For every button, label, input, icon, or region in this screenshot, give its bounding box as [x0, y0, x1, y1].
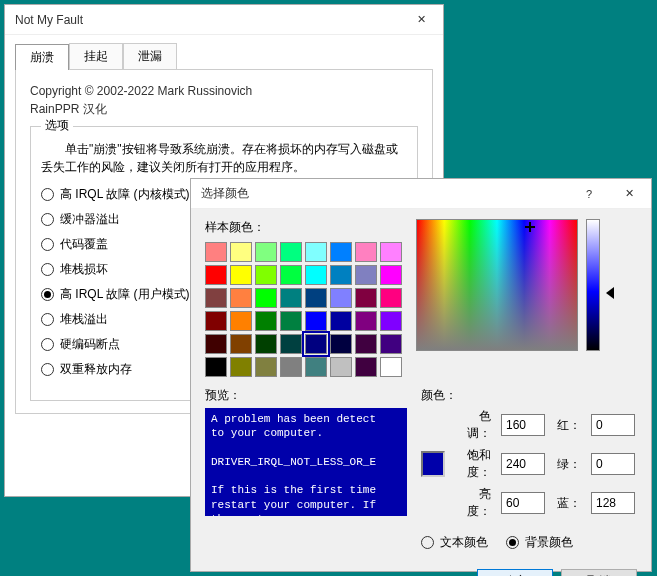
- nmf-titlebar: Not My Fault ✕: [5, 5, 443, 35]
- color-swatch[interactable]: [280, 334, 302, 354]
- lum-input[interactable]: [501, 492, 545, 514]
- color-swatch[interactable]: [355, 334, 377, 354]
- radio-icon: [41, 213, 54, 226]
- text-color-label: 文本颜色: [440, 534, 488, 551]
- color-swatch[interactable]: [205, 288, 227, 308]
- luminance-arrow-icon[interactable]: [606, 287, 614, 299]
- red-label: 红：: [557, 417, 581, 434]
- color-swatch[interactable]: [330, 288, 352, 308]
- color-swatch[interactable]: [305, 311, 327, 331]
- color-swatch[interactable]: [280, 265, 302, 285]
- color-swatch[interactable]: [305, 242, 327, 262]
- blue-input[interactable]: [591, 492, 635, 514]
- color-swatch[interactable]: [280, 311, 302, 331]
- cancel-button[interactable]: 取消: [561, 569, 637, 576]
- tab-hang[interactable]: 挂起: [69, 43, 123, 69]
- copyright-line1: Copyright © 2002-2022 Mark Russinovich: [30, 82, 418, 100]
- preview-label: 预览：: [205, 387, 407, 404]
- color-swatch[interactable]: [380, 357, 402, 377]
- options-description: 单击"崩溃"按钮将导致系统崩溃。存在将损坏的内存写入磁盘或丢失工作的风险，建议关…: [41, 140, 407, 176]
- hue-input[interactable]: [501, 414, 545, 436]
- luminance-bar[interactable]: [586, 219, 600, 351]
- tab-leak[interactable]: 泄漏: [123, 43, 177, 69]
- nmf-title: Not My Fault: [15, 13, 83, 27]
- color-swatch[interactable]: [355, 357, 377, 377]
- sat-input[interactable]: [501, 453, 545, 475]
- color-swatch[interactable]: [280, 288, 302, 308]
- color-swatch[interactable]: [330, 334, 352, 354]
- color-swatch[interactable]: [380, 242, 402, 262]
- radio-icon: [421, 536, 434, 549]
- radio-label: 缓冲器溢出: [60, 211, 120, 228]
- radio-icon: [41, 338, 54, 351]
- green-input[interactable]: [591, 453, 635, 475]
- color-swatch[interactable]: [230, 242, 252, 262]
- options-title: 选项: [41, 117, 73, 134]
- color-swatch[interactable]: [380, 334, 402, 354]
- text-color-radio[interactable]: 文本颜色: [421, 534, 488, 551]
- color-swatch[interactable]: [305, 288, 327, 308]
- color-swatch[interactable]: [355, 242, 377, 262]
- color-swatch[interactable]: [230, 288, 252, 308]
- close-icon[interactable]: ✕: [401, 6, 441, 34]
- radio-icon: [41, 263, 54, 276]
- color-swatch[interactable]: [205, 334, 227, 354]
- color-swatch[interactable]: [380, 265, 402, 285]
- bg-color-radio[interactable]: 背景颜色: [506, 534, 573, 551]
- color-swatch[interactable]: [255, 311, 277, 331]
- radio-label: 堆栈损坏: [60, 261, 108, 278]
- color-swatch[interactable]: [205, 357, 227, 377]
- radio-icon: [41, 288, 54, 301]
- tab-crash[interactable]: 崩溃: [15, 44, 69, 70]
- color-swatch[interactable]: [280, 357, 302, 377]
- color-swatch[interactable]: [230, 334, 252, 354]
- color-swatch[interactable]: [255, 265, 277, 285]
- color-swatch[interactable]: [255, 288, 277, 308]
- color-swatch[interactable]: [355, 265, 377, 285]
- help-icon[interactable]: ?: [569, 180, 609, 208]
- current-color-swatch: [421, 451, 445, 477]
- color-swatch[interactable]: [280, 242, 302, 262]
- color-swatch[interactable]: [230, 265, 252, 285]
- color-swatch[interactable]: [255, 334, 277, 354]
- preview-box: A problem has been detect to your comput…: [205, 408, 407, 516]
- color-swatch[interactable]: [255, 357, 277, 377]
- radio-label: 代码覆盖: [60, 236, 108, 253]
- red-input[interactable]: [591, 414, 635, 436]
- radio-label: 高 IRQL 故障 (内核模式): [60, 186, 190, 203]
- swatch-grid: [205, 242, 402, 377]
- color-swatch[interactable]: [230, 311, 252, 331]
- color-swatch[interactable]: [205, 242, 227, 262]
- radio-icon: [41, 188, 54, 201]
- sat-label: 饱和度：: [457, 447, 491, 481]
- color-swatch[interactable]: [330, 311, 352, 331]
- color-swatch[interactable]: [330, 357, 352, 377]
- close-icon[interactable]: ✕: [609, 180, 649, 208]
- blue-label: 蓝：: [557, 495, 581, 512]
- color-swatch[interactable]: [305, 334, 327, 354]
- gradient-picker[interactable]: [416, 219, 578, 351]
- color-swatch[interactable]: [380, 288, 402, 308]
- bg-color-label: 背景颜色: [525, 534, 573, 551]
- color-swatch[interactable]: [305, 265, 327, 285]
- green-label: 绿：: [557, 456, 581, 473]
- color-swatch[interactable]: [205, 265, 227, 285]
- color-swatch[interactable]: [205, 311, 227, 331]
- color-swatch[interactable]: [255, 242, 277, 262]
- color-dialog: 选择颜色 ? ✕ 样本颜色： 预览： A problem has been de…: [190, 178, 652, 572]
- color-swatch[interactable]: [355, 288, 377, 308]
- nmf-tabstrip: 崩溃 挂起 泄漏: [15, 43, 433, 69]
- color-swatch[interactable]: [330, 265, 352, 285]
- color-swatch[interactable]: [330, 242, 352, 262]
- color-title: 选择颜色: [201, 185, 249, 202]
- crosshair-icon: [525, 222, 535, 232]
- color-swatch[interactable]: [230, 357, 252, 377]
- color-swatch[interactable]: [355, 311, 377, 331]
- swatch-label: 样本颜色：: [205, 219, 402, 236]
- color-swatch[interactable]: [305, 357, 327, 377]
- copyright-line2: RainPPR 汉化: [30, 100, 418, 118]
- color-swatch[interactable]: [380, 311, 402, 331]
- radio-icon: [41, 363, 54, 376]
- radio-icon: [506, 536, 519, 549]
- ok-button[interactable]: 确定: [477, 569, 553, 576]
